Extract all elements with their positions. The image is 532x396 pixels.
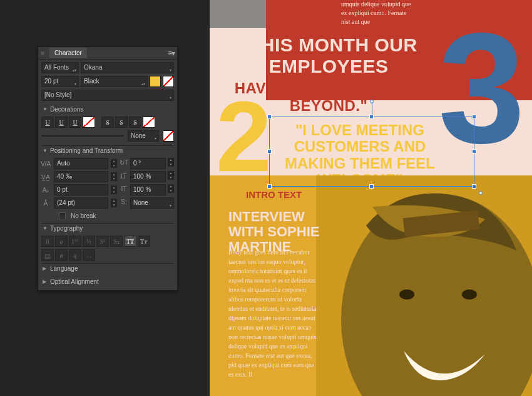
panel-close-icon[interactable] <box>41 51 44 55</box>
underline-double-button[interactable]: U <box>55 117 68 128</box>
nobreak-checkbox[interactable] <box>59 212 66 219</box>
nobreak-label: No break <box>71 212 96 219</box>
portrait-image <box>316 175 532 396</box>
font-collection-select[interactable]: All Fonts▴▾ <box>41 62 79 73</box>
rotation-icon: ↻T <box>120 158 128 167</box>
selection-bounding-box[interactable] <box>269 117 474 187</box>
handle-ne[interactable] <box>472 115 476 119</box>
leading-stepper[interactable]: ▲▼ <box>111 199 117 207</box>
kerning-stepper[interactable]: ▲▼ <box>111 159 117 168</box>
baseline-stepper[interactable]: ▲▼ <box>111 185 117 194</box>
strike-single-button[interactable]: S <box>101 117 114 128</box>
panel-menu-icon[interactable]: ≡▾ <box>168 49 175 58</box>
handle-se[interactable] <box>472 184 476 189</box>
character-panel: Character ≡▾ All Fonts▴▾ Okana▾ 20 pt▾ B… <box>38 46 178 291</box>
underline-color-swatch[interactable] <box>83 117 95 128</box>
font-size-select[interactable]: 20 pt▾ <box>41 76 79 87</box>
font-weight-select[interactable]: Black▴▾ <box>81 76 148 87</box>
kerning-input[interactable]: Auto <box>54 158 108 169</box>
textflow-handle-icon[interactable] <box>479 191 483 195</box>
red-body-text: umquis delique volupid que ex expliqui c… <box>341 0 416 26</box>
intro-label: INTRO TEXT <box>246 189 302 200</box>
language-header[interactable]: ▶Language <box>41 263 174 273</box>
fractions-button[interactable]: ½ <box>83 236 95 247</box>
font-family-select[interactable]: Okana▾ <box>81 62 174 73</box>
leading-input[interactable]: (24 pt) <box>54 197 108 209</box>
underline-wavy-button[interactable]: U <box>69 117 81 128</box>
handle-n[interactable] <box>369 115 374 119</box>
optical-alignment-header[interactable]: ▶Optical Alignment <box>41 276 174 286</box>
handle-e[interactable] <box>472 149 476 154</box>
ordinals-button[interactable]: 1ˢᵗ <box>69 236 81 247</box>
hscale-icon: I͟T <box>120 171 128 180</box>
hscale-input[interactable]: 100 % <box>130 171 166 182</box>
bg-color-swatch[interactable] <box>163 76 174 87</box>
stroke-style-select[interactable]: None▾ <box>128 130 159 142</box>
decorations-header[interactable]: ▼Decorations <box>41 103 174 114</box>
stylistic-set-button[interactable]: gg <box>41 249 54 261</box>
baseline-input[interactable]: 0 pt <box>54 184 108 195</box>
alternates-button[interactable]: a <box>55 236 68 247</box>
rotation-stepper[interactable]: ▲▼ <box>168 158 174 169</box>
smallcaps-button[interactable]: Tᴛ <box>138 236 150 247</box>
panel-header: Character ≡▾ <box>38 47 177 60</box>
vscale-stepper[interactable]: ▲▼ <box>168 184 174 195</box>
typography-more-button[interactable]: ... <box>83 249 95 261</box>
tracking-input[interactable]: 40 ‰ <box>54 171 108 182</box>
stroke-color-swatch[interactable] <box>163 130 174 142</box>
handle-s[interactable] <box>369 184 374 189</box>
shear-icon: S: <box>120 197 128 206</box>
allcaps-button[interactable]: TT <box>124 236 136 247</box>
fill-color-swatch[interactable] <box>150 76 161 87</box>
handle-sw[interactable] <box>267 184 272 189</box>
vscale-input[interactable]: 100 % <box>130 184 166 195</box>
rotation-input[interactable]: 0 ° <box>130 158 166 169</box>
handle-nw[interactable] <box>267 115 272 119</box>
ligatures-button[interactable]: fi <box>41 236 54 247</box>
strike-double-button[interactable]: S <box>115 117 128 128</box>
shear-select[interactable]: None▾ <box>130 197 174 209</box>
body-text: Body text goes here fici necabor iaecust… <box>228 248 319 379</box>
typography-header[interactable]: ▼Typography <box>41 223 174 233</box>
hscale-stepper[interactable]: ▲▼ <box>168 171 174 182</box>
underline-single-button[interactable]: U <box>41 117 54 128</box>
strike-color-swatch[interactable] <box>143 117 155 128</box>
subscript-button[interactable]: S₁ <box>110 236 123 247</box>
panel-title: Character <box>49 48 87 58</box>
kerning-icon: V/A <box>41 159 50 168</box>
swash-button[interactable]: ą <box>69 249 81 261</box>
tracking-icon: V̲A̲ <box>41 172 50 181</box>
handle-w[interactable] <box>267 149 272 154</box>
large-number-2: 2 <box>216 86 272 187</box>
vscale-icon: IT <box>120 184 128 193</box>
decoration-weight-slider[interactable] <box>41 135 124 137</box>
svg-point-2 <box>399 289 414 300</box>
slashed-zero-button[interactable]: ø <box>55 249 68 261</box>
positioning-header[interactable]: ▼Positioning and Transform <box>41 145 174 155</box>
leading-icon: Å <box>41 199 50 207</box>
document-canvas[interactable]: umquis delique volupid que ex expliqui c… <box>210 0 532 396</box>
superscript-button[interactable]: S¹ <box>96 236 109 247</box>
character-style-select[interactable]: [No Style]▾ <box>41 90 174 101</box>
svg-point-3 <box>462 289 477 300</box>
baseline-icon: Aₐ <box>41 185 50 194</box>
tracking-stepper[interactable]: ▲▼ <box>111 172 117 181</box>
strike-cross-button[interactable]: S <box>129 117 141 128</box>
